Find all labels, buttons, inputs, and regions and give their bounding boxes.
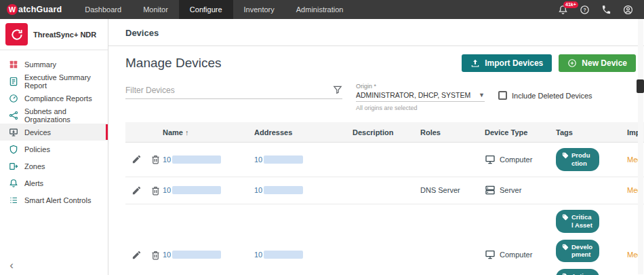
notification-count-badge: 41k+ [563, 1, 578, 8]
device-roles-cell: DNS Server [420, 186, 485, 194]
main-content: Devices Manage Devices Import Devices Ne… [108, 19, 644, 275]
device-type-label: Computer [500, 155, 532, 164]
scrollbar-track[interactable] [638, 19, 643, 274]
redacted-name-box [172, 186, 221, 194]
product-name: ThreatSync+ NDR [33, 31, 96, 39]
devices-table-header: Name↑AddressesDescriptionRolesDevice Typ… [125, 122, 644, 143]
nav-item-administration[interactable]: Administration [285, 0, 355, 19]
filter-funnel-icon[interactable] [333, 85, 342, 94]
tag-icon [562, 244, 569, 251]
tag-pill[interactable]: Development [556, 240, 599, 263]
gauge-icon [9, 94, 18, 103]
tag-icon [562, 152, 569, 159]
table-row: 1010DNS ServerServerMed [125, 177, 644, 204]
import-devices-button[interactable]: Import Devices [462, 54, 552, 72]
origin-label: Origin * [356, 83, 485, 90]
edit-device-icon[interactable] [132, 250, 142, 260]
delete-device-icon[interactable] [150, 250, 161, 260]
column-header-addresses: Addresses [254, 128, 353, 136]
breadcrumb: Devices [108, 19, 644, 46]
table-row: 1010ComputerProductionMed [125, 143, 644, 177]
sort-ascending-icon[interactable]: ↑ [185, 128, 189, 136]
sidebar-item-subnets-and-organizations[interactable]: Subnets and Organizations [0, 107, 108, 124]
include-deleted-devices-checkbox[interactable] [498, 91, 507, 100]
phone-support-icon[interactable] [601, 5, 611, 15]
list-icon [9, 196, 18, 205]
redacted-name-box [172, 155, 221, 164]
device-name-prefix: 10 [163, 251, 171, 259]
origin-helper-text: All origins are selected [356, 105, 485, 111]
sidebar-item-label: Summary [24, 60, 56, 69]
device-address-prefix: 10 [254, 186, 262, 194]
sidebar-item-compliance-reports[interactable]: Compliance Reports [0, 90, 108, 107]
sidebar-collapse-chevron-icon[interactable]: ‹ [5, 259, 18, 272]
filter-row: Origin * ADMINISTRATOR, DHCP, SYSTEM ▼ A… [108, 72, 644, 111]
device-tags-cell: Critical AssetDevelopmentActive Director… [556, 208, 627, 275]
device-name-cell: 10 [163, 155, 254, 164]
sidebar-item-summary[interactable]: Summary [0, 56, 108, 73]
edit-device-icon[interactable] [132, 185, 142, 196]
sidebar-item-label: Executive Summary Report [24, 73, 108, 90]
sidebar-item-alerts[interactable]: Alerts [0, 175, 108, 191]
computer-icon [485, 154, 496, 165]
tag-label: Critical Asset [571, 213, 593, 230]
include-deleted-devices-checkbox-group[interactable]: Include Deleted Devices [498, 91, 592, 100]
device-type-label: Computer [500, 251, 532, 259]
import-devices-label: Import Devices [485, 58, 543, 68]
device-type-cell: Computer [485, 154, 556, 165]
device-address-cell: 10 [254, 155, 353, 164]
sidebar-item-label: Subnets and Organizations [24, 107, 108, 124]
origin-select[interactable]: Origin * ADMINISTRATOR, DHCP, SYSTEM ▼ A… [356, 83, 485, 111]
column-header-label: Roles [420, 128, 441, 136]
nav-item-dashboard[interactable]: Dashboard [74, 0, 132, 19]
nav-item-configure[interactable]: Configure [179, 0, 233, 19]
chevron-down-icon: ▼ [479, 92, 485, 98]
watchguard-logo[interactable]: W atchGuard [0, 0, 74, 19]
svg-text:?: ? [583, 7, 586, 12]
delete-device-icon[interactable] [150, 154, 161, 164]
edit-device-icon[interactable] [132, 154, 142, 164]
sidebar-item-smart-alert-controls[interactable]: Smart Alert Controls [0, 191, 108, 208]
table-scrollbar-thumb[interactable] [637, 79, 644, 93]
device-address-prefix: 10 [254, 155, 262, 164]
delete-device-icon[interactable] [150, 185, 161, 196]
column-header-tags: Tags [556, 128, 627, 136]
threatsync-logo-icon [5, 23, 28, 45]
tag-pill[interactable]: Critical Asset [556, 210, 599, 233]
device-tags-cell: Production [556, 147, 627, 172]
top-navbar: W atchGuard DashboardMonitorConfigureInv… [0, 0, 644, 19]
alerts-icon [9, 179, 18, 188]
devices-table-body: 1010ComputerProductionMed1010DNS ServerS… [125, 143, 644, 275]
sidebar-item-devices[interactable]: Devices [0, 124, 108, 141]
notifications-bell-icon[interactable]: 41k+ [558, 5, 568, 15]
nav-item-inventory[interactable]: Inventory [233, 0, 285, 19]
upload-icon [470, 58, 480, 68]
nav-item-monitor[interactable]: Monitor [132, 0, 179, 19]
column-header-device-type: Device Type [485, 128, 556, 136]
redacted-address-box [264, 155, 303, 164]
sidebar-item-policies[interactable]: Policies [0, 141, 108, 158]
device-address-cell: 10 [254, 251, 353, 259]
filter-devices-field [125, 83, 342, 99]
sidebar-item-zones[interactable]: Zones [0, 158, 108, 175]
page-title: Manage Devices [125, 56, 222, 71]
account-icon[interactable] [623, 5, 633, 15]
column-header-name: Name↑ [163, 128, 254, 136]
tag-pill[interactable]: Active Directory [556, 269, 599, 275]
product-switcher[interactable]: ThreatSync+ NDR [0, 19, 108, 50]
tag-pill[interactable]: Production [556, 148, 599, 171]
sidebar-item-label: Zones [24, 162, 45, 170]
help-icon[interactable]: ? [580, 5, 590, 15]
sidebar-item-executive-summary-report[interactable]: Executive Summary Report [0, 73, 108, 90]
device-tags-cell [556, 189, 627, 191]
filter-devices-input[interactable] [125, 83, 342, 99]
topnav-menu: DashboardMonitorConfigureInventoryAdmini… [74, 0, 354, 19]
plus-circle-icon [567, 58, 577, 68]
new-device-button[interactable]: New Device [559, 54, 636, 72]
app-window: W atchGuard DashboardMonitorConfigureInv… [0, 0, 644, 275]
row-actions [125, 250, 163, 260]
column-header-roles: Roles [420, 128, 485, 136]
sidebar-item-label: Smart Alert Controls [24, 196, 91, 204]
policies-icon [9, 145, 18, 154]
sidebar-item-label: Alerts [24, 179, 43, 187]
